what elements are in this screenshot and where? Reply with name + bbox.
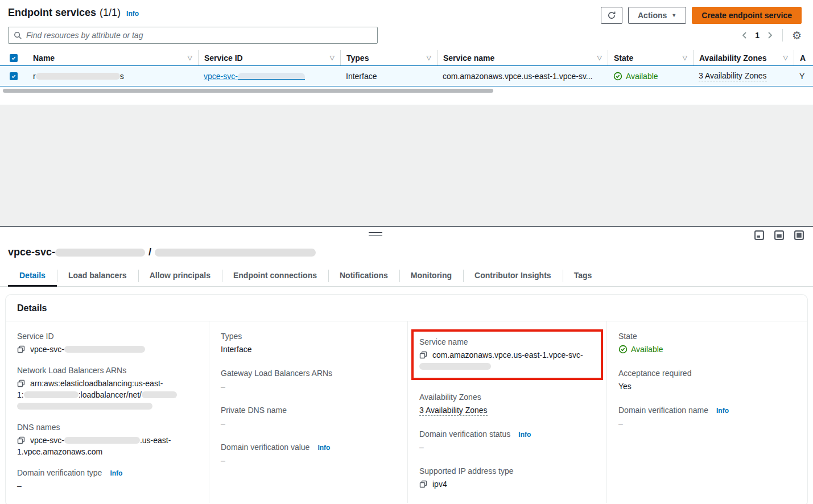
field-dns-names: DNS names vpce-svc-.us-east- 1.vpce.amaz…	[17, 423, 197, 457]
info-link[interactable]: Info	[126, 10, 139, 18]
sort-icon[interactable]: ▽	[330, 54, 335, 61]
availability-zones-trigger[interactable]: 3 Availability Zones	[699, 71, 767, 81]
column-header-types[interactable]: Types▽	[340, 50, 437, 65]
tab-notifications[interactable]: Notifications	[328, 265, 399, 286]
search-input[interactable]	[26, 31, 372, 40]
field-service-id: Service ID vpce-svc-	[17, 332, 197, 355]
tab-load-balancers[interactable]: Load balancers	[57, 265, 138, 286]
details-column-1: Service ID vpce-svc- Network Load Balanc…	[6, 321, 209, 503]
cell-service-id: vpce-svc-	[198, 72, 340, 81]
field-domain-verification-type: Domain verification typeInfo –	[17, 468, 197, 491]
actions-button-label: Actions	[638, 11, 667, 20]
tab-endpoint-connections[interactable]: Endpoint connections	[222, 265, 328, 286]
horizontal-scrollbar[interactable]	[0, 87, 813, 94]
status-badge: Available	[613, 72, 658, 81]
table-header-row: Name▽ Service ID▽ Types▽ Service name▽ S…	[0, 50, 813, 65]
details-column-4: State Available Acceptance required Yes …	[606, 321, 807, 503]
copy-icon[interactable]	[17, 345, 25, 353]
column-header-name[interactable]: Name▽	[27, 50, 198, 65]
panel-drag-handle[interactable]	[369, 232, 382, 238]
availability-zones-trigger[interactable]: 3 Availability Zones	[419, 406, 488, 416]
table-row[interactable]: r s vpce-svc- Interface com.amazonaws.vp…	[0, 65, 813, 86]
search-icon	[14, 31, 22, 40]
sort-icon[interactable]: ▽	[597, 54, 602, 61]
check-circle-icon	[618, 345, 628, 354]
field-domain-verification-name: Domain verification nameInfo –	[618, 406, 796, 429]
scrollbar-thumb[interactable]	[3, 89, 493, 93]
redacted-text	[155, 249, 316, 257]
current-page[interactable]: 1	[755, 31, 760, 40]
field-private-dns-name: Private DNS name –	[221, 406, 396, 429]
panel-small-icon	[754, 230, 764, 240]
column-header-service-name[interactable]: Service name▽	[437, 50, 608, 65]
endpoint-services-table: Name▽ Service ID▽ Types▽ Service name▽ S…	[0, 50, 813, 86]
info-link[interactable]: Info	[716, 407, 729, 415]
column-header-availability-zones[interactable]: Availability Zones▽	[693, 50, 794, 65]
panel-size-controls	[754, 230, 804, 240]
refresh-button[interactable]	[601, 7, 622, 24]
panel-size-full-button[interactable]	[794, 230, 804, 240]
filter-row: 1 ⚙	[0, 25, 813, 44]
tab-contributor-insights[interactable]: Contributor Insights	[463, 265, 563, 286]
row-checkbox[interactable]	[10, 72, 18, 80]
panel-title: vpce-svc-/	[0, 243, 813, 265]
page-background	[0, 105, 813, 226]
redacted-text	[55, 249, 145, 257]
tab-tags[interactable]: Tags	[563, 265, 604, 286]
info-link[interactable]: Info	[518, 431, 531, 439]
page-title-text: Endpoint services	[8, 7, 96, 19]
info-link[interactable]: Info	[110, 469, 122, 477]
column-header-service-id[interactable]: Service ID▽	[198, 50, 340, 65]
check-icon	[11, 73, 16, 79]
next-page-button[interactable]	[766, 31, 773, 39]
cell-acceptance: Y	[794, 72, 813, 81]
redacted-text	[24, 391, 79, 398]
sort-icon[interactable]: ▽	[427, 54, 431, 61]
copy-icon[interactable]	[419, 351, 427, 359]
sort-icon[interactable]: ▽	[683, 54, 687, 61]
field-domain-verification-value: Domain verification valueInfo –	[221, 443, 396, 466]
panel-header: Endpoint services (1/1) Info Actions ▼ C…	[0, 0, 813, 25]
select-all-checkbox[interactable]	[10, 54, 18, 62]
create-endpoint-service-button[interactable]: Create endpoint service	[692, 7, 802, 24]
column-header-acceptance[interactable]: A	[794, 50, 813, 65]
info-link[interactable]: Info	[317, 444, 330, 452]
column-header-state[interactable]: State▽	[608, 50, 693, 65]
details-grid: Service ID vpce-svc- Network Load Balanc…	[6, 321, 807, 503]
field-glb-arns: Gateway Load Balancers ARNs –	[221, 369, 396, 392]
search-box[interactable]	[8, 27, 378, 44]
cell-service-name: com.amazonaws.vpce.us-east-1.vpce-sv...	[437, 72, 608, 81]
caret-down-icon: ▼	[671, 13, 676, 18]
redacted-text	[142, 391, 177, 398]
status-badge: Available	[618, 344, 796, 355]
chevron-right-icon	[766, 31, 773, 39]
field-nlb-arns: Network Load Balancers ARNs arn:aws:elas…	[17, 366, 197, 412]
copy-icon[interactable]	[17, 436, 25, 444]
details-heading: Details	[17, 303, 796, 313]
chevron-left-icon	[741, 31, 748, 39]
settings-gear-button[interactable]: ⚙	[792, 30, 802, 41]
service-id-link[interactable]: vpce-svc-	[204, 72, 305, 81]
sort-icon[interactable]: ▽	[783, 54, 788, 61]
panel-size-half-button[interactable]	[774, 230, 784, 240]
sort-icon[interactable]: ▽	[188, 54, 192, 61]
copy-icon[interactable]	[17, 379, 25, 387]
split-panel-controls	[0, 227, 813, 243]
actions-button[interactable]: Actions ▼	[628, 7, 686, 24]
page-title: Endpoint services (1/1) Info	[8, 7, 139, 19]
details-card: Details Service ID vpce-svc- Network Loa…	[6, 295, 807, 504]
resource-count: (1/1)	[100, 7, 121, 19]
tab-allow-principals[interactable]: Allow principals	[138, 265, 222, 286]
redacted-text	[64, 437, 140, 444]
panel-half-icon	[774, 230, 784, 240]
copy-icon[interactable]	[419, 480, 427, 488]
prev-page-button[interactable]	[741, 31, 748, 39]
tab-details[interactable]: Details	[8, 265, 57, 286]
field-supported-ip-type: Supported IP address type ipv4	[419, 466, 595, 490]
refresh-icon	[607, 11, 616, 20]
tab-monitoring[interactable]: Monitoring	[399, 265, 463, 286]
details-column-2: Types Interface Gateway Load Balancers A…	[209, 321, 407, 503]
field-acceptance-required: Acceptance required Yes	[618, 369, 796, 392]
panel-size-small-button[interactable]	[754, 230, 764, 240]
cell-name: r s	[27, 72, 198, 81]
